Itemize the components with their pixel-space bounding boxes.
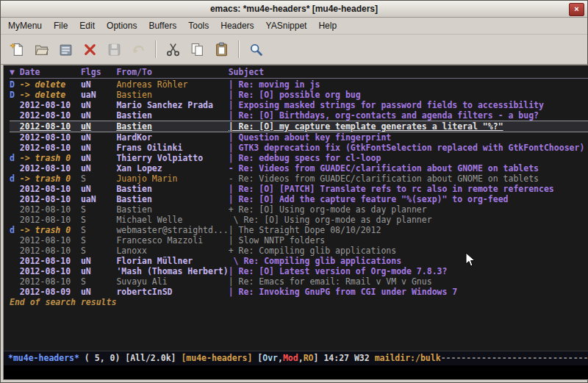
message-row[interactable]: 2012-08-10SLanoxx+ Re: Compiling glib ap… [10, 246, 588, 256]
menu-item-edit[interactable]: Edit [74, 18, 101, 33]
toolbar-save-button[interactable] [103, 39, 126, 60]
emacs-window: emacs: *mu4e-headers* [mu4e-headers] × M… [0, 0, 588, 383]
message-subject: | Re: [O] Birthdays, org-contacts and ag… [229, 110, 588, 121]
message-date: 2012-08-10 [20, 121, 81, 132]
message-flags: S [81, 173, 116, 184]
menu-item-headers[interactable]: Headers [215, 18, 259, 33]
column-header-flags[interactable]: Flgs [81, 67, 116, 78]
message-row[interactable]: 2012-08-10uNBastien| Re: [O] my capture … [10, 121, 588, 132]
message-row[interactable]: 2012-08-09uNrobertcInSD| Re: Invoking Gn… [10, 287, 588, 297]
message-row[interactable]: d-> trash 0SJuanjo Marin- Re: Videos fro… [10, 173, 588, 184]
window-close-button[interactable]: × [569, 3, 584, 16]
toolbar-undo-button[interactable] [127, 39, 150, 60]
message-row[interactable]: 2012-08-10uN'Mash (Thomas Herbert)| Re: … [10, 266, 588, 276]
toolbar-search-button[interactable] [245, 39, 268, 60]
cut-icon [165, 42, 181, 57]
message-date: -> trash 0 [20, 173, 81, 184]
message-prefix [10, 132, 20, 143]
message-prefix [10, 287, 20, 297]
modeline-segment: Mod [283, 353, 298, 363]
message-row[interactable]: D-> deleteuNAndreas Röhler| Re: moving i… [10, 79, 588, 90]
message-date: 2012-08-10 [20, 215, 81, 225]
message-date: 2012-08-10 [20, 100, 81, 110]
message-subject: | Re: [O] Add the capture feature "%(sex… [229, 194, 588, 204]
message-row[interactable]: 2012-08-10SMichael Welle \ Re: [O] Using… [10, 215, 588, 225]
message-prefix: d [10, 173, 20, 184]
end-of-results-text: End of search results [10, 297, 588, 307]
window-titlebar[interactable]: emacs: *mu4e-headers* [mu4e-headers] × [1, 1, 587, 18]
toolbar-folder-button[interactable] [54, 39, 77, 60]
menu-item-yasnippet[interactable]: YASnippet [260, 18, 313, 33]
message-from: Francesco Mazzoli [116, 235, 228, 246]
menu-item-file[interactable]: File [48, 18, 74, 33]
modeline-segment: 14:27 [323, 353, 354, 363]
toolbar-paste-button[interactable] [210, 39, 233, 60]
message-row[interactable]: D-> deleteuaNBastien| Re: [O] possible o… [10, 90, 588, 100]
message-row[interactable]: d-> trash 0Swebmaster@straightd...| The … [10, 225, 588, 235]
message-row[interactable]: 2012-08-10SBastien+ Re: [O] Using org-mo… [10, 204, 588, 215]
message-flags: uN [81, 256, 116, 266]
message-subject: | Re: Emacs for email: Rmail v VM v Gnus [229, 276, 588, 287]
message-prefix: D [10, 90, 20, 100]
mode-line: *mu4e-headers* ( 5, 0) [All/2.0k] [mu4e-… [4, 351, 588, 365]
toolbar-open-file-button[interactable] [30, 39, 53, 60]
message-row[interactable]: 2012-08-10uNMario Sanchez Prada| Exposin… [10, 100, 588, 110]
message-row[interactable]: 2012-08-10uNFlorian Müllner \ Re: Compil… [10, 256, 588, 266]
message-row[interactable]: 2012-08-10SFrancesco Mazzoli| Slow NNTP … [10, 235, 588, 246]
message-row[interactable]: 2012-08-10uNHardKor| Question about key … [10, 132, 588, 143]
message-row[interactable]: 2012-08-10uNBastien| Re: [O] Birthdays, … [10, 110, 588, 121]
column-header-subject[interactable]: Subject [229, 67, 588, 78]
message-from: Mario Sanchez Prada [116, 100, 228, 110]
message-flags: S [81, 235, 116, 246]
message-from: Andreas Röhler [116, 79, 228, 90]
message-prefix [10, 276, 20, 287]
modeline-segment: maildir:/bulk [375, 353, 441, 363]
message-prefix [10, 204, 20, 215]
menu-item-help[interactable]: Help [312, 18, 343, 33]
column-header-date[interactable]: Date [20, 67, 81, 78]
message-subject: | Re: edebug specs for cl-loop [229, 153, 588, 163]
message-flags: uN [81, 79, 116, 90]
message-date: 2012-08-10 [20, 256, 81, 266]
message-from: Michael Welle [116, 215, 228, 225]
menu-item-mymenu[interactable]: MyMenu [2, 18, 48, 33]
message-row[interactable]: d-> trash 0uNThierry Volpiatto| Re: edeb… [10, 153, 588, 163]
message-subject: | Re: [O] possible org bug [229, 90, 588, 100]
message-flags: uaN [81, 194, 116, 204]
message-prefix [10, 215, 20, 225]
toolbar-separator [155, 40, 157, 58]
menu-item-tools[interactable]: Tools [182, 18, 215, 33]
message-flags: uaN [81, 90, 116, 100]
message-date: -> delete [20, 79, 81, 90]
message-row[interactable]: 2012-08-10uNXan Lopez- Re: Videos from G… [10, 163, 588, 173]
column-header-from[interactable]: From/To [116, 67, 228, 78]
sort-direction-icon: ▼ [10, 67, 20, 78]
message-row[interactable]: 2012-08-10uNBastien| Re: [O] [PATCH] Tra… [10, 184, 588, 194]
toolbar-new-file-button[interactable] [6, 39, 29, 60]
toolbar-close-buffer-button[interactable] [79, 39, 101, 60]
message-date: -> delete [20, 90, 81, 100]
menu-item-options[interactable]: Options [101, 18, 143, 33]
message-flags: uN [81, 287, 116, 297]
message-prefix [10, 256, 20, 266]
message-row[interactable]: 2012-08-10SSuvayu Ali| Re: Emacs for ema… [10, 276, 588, 287]
toolbar-cut-button[interactable] [162, 39, 184, 60]
message-prefix [10, 110, 20, 121]
message-date: 2012-08-10 [20, 194, 81, 204]
modeline-segment: RO [304, 353, 314, 363]
message-prefix [10, 246, 20, 256]
message-row[interactable]: 2012-08-10uaNBastien| Re: [O] Add the ca… [10, 194, 588, 204]
message-from: HardKor [116, 132, 228, 143]
minibuffer[interactable] [4, 365, 588, 379]
close-icon: × [574, 4, 578, 13]
message-date: 2012-08-10 [20, 132, 81, 143]
menu-item-buffers[interactable]: Buffers [143, 18, 182, 33]
modeline-segment: Ovr [262, 353, 278, 363]
message-from: 'Mash (Thomas Herbert) [116, 266, 228, 276]
message-row[interactable]: 2012-08-10uNFrans Oilinki| GTK3 deprecat… [10, 143, 588, 153]
menu-bar: MyMenuFileEditOptionsBuffersToolsHeaders… [1, 18, 587, 35]
message-prefix [10, 266, 20, 276]
undo-icon [131, 42, 146, 57]
buffer-area[interactable]: ▼ Date Flgs From/To Subject D-> deleteuN… [4, 65, 588, 351]
toolbar-copy-button[interactable] [186, 39, 209, 60]
